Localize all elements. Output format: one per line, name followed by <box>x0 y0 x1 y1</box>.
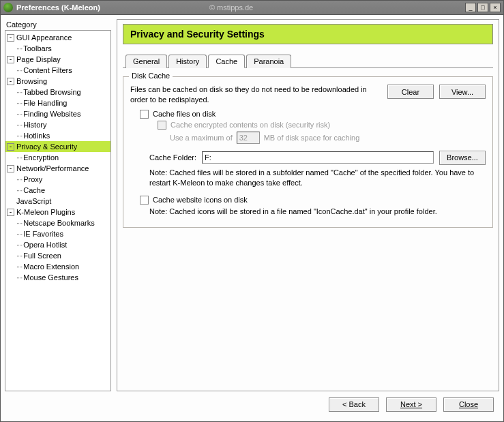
expander-icon[interactable]: - <box>7 165 14 172</box>
tree-item-hotlinks[interactable]: ····Hotlinks <box>5 130 110 141</box>
tree-item-full-screen[interactable]: ····Full Screen <box>5 250 110 261</box>
tree-dots-icon: ···· <box>16 273 22 282</box>
tree-dots-icon: ···· <box>16 241 22 249</box>
tab-history[interactable]: History <box>168 55 207 68</box>
expander-icon[interactable]: - <box>7 34 14 42</box>
titlebar: Preferences (K-Meleon) © mstipps.de _ □ … <box>0 0 504 15</box>
tree-item-file-handling[interactable]: ····File Handling <box>5 97 110 108</box>
tree-item-toolbars[interactable]: ····Toolbars <box>5 43 110 54</box>
disk-cache-group: Disk Cache Files can be cached on disk s… <box>123 76 493 228</box>
tree-item-label: Browsing <box>16 77 47 85</box>
tree-item-label: Mouse Gestures <box>23 273 78 282</box>
tree-item-label: GUI Appearance <box>16 33 72 42</box>
max-mb-input <box>237 132 260 144</box>
tree-item-label: JavaScript <box>16 197 51 205</box>
clear-button[interactable]: Clear <box>387 85 434 99</box>
cache-files-checkbox[interactable] <box>140 110 149 119</box>
tab-general[interactable]: General <box>125 55 167 68</box>
tree-item-label: IE Favorites <box>23 230 63 238</box>
panel-heading: Privacy and Security Settings <box>123 24 493 44</box>
tree-item-content-filters[interactable]: ····Content Filters <box>5 65 110 76</box>
tree-item-label: Tabbed Browsing <box>23 88 80 96</box>
tree-item-page-display[interactable]: -Page Display <box>5 54 110 65</box>
expander-icon[interactable]: - <box>7 78 14 85</box>
sidebar: Category -GUI Appearance····Toolbars-Pag… <box>5 19 111 391</box>
tree-item-mouse-gestures[interactable]: ····Mouse Gestures <box>5 272 110 283</box>
tree-item-label: Netscape Bookmarks <box>23 219 95 227</box>
tree-item-network-performance[interactable]: -Network/Performance <box>5 163 110 174</box>
cache-icons-checkbox[interactable] <box>140 196 149 205</box>
tree-dots-icon: ···· <box>16 88 22 96</box>
cache-encrypted-label: Cache encrypted contents on disk (securi… <box>171 121 330 129</box>
tree-item-k-meleon-plugins[interactable]: -K-Meleon Plugins <box>5 207 110 217</box>
next-button[interactable]: Next > <box>386 397 436 412</box>
tree-dots-icon: ···· <box>16 66 22 74</box>
tree-item-javascript[interactable]: JavaScript <box>5 196 110 207</box>
tree-item-ie-favorites[interactable]: ····IE Favorites <box>5 228 110 239</box>
group-legend: Disk Cache <box>129 72 173 80</box>
tree-dots-icon: ···· <box>16 262 22 271</box>
tree-item-label: Finding Websites <box>23 110 80 118</box>
tree-dots-icon: ···· <box>16 132 22 140</box>
watermark: © mstipps.de <box>209 3 253 12</box>
group-description: Files can be cached on disk so they do n… <box>130 85 379 106</box>
tree-dots-icon: ···· <box>16 252 22 260</box>
tree-item-label: Opera Hotlist <box>23 241 67 249</box>
tree-item-privacy-security[interactable]: -Privacy & Security <box>5 141 110 152</box>
tree-dots-icon: ···· <box>16 219 22 227</box>
category-tree[interactable]: -GUI Appearance····Toolbars-Page Display… <box>5 30 111 391</box>
tab-paranoia[interactable]: Paranoia <box>246 55 291 68</box>
tree-item-label: Content Filters <box>23 66 72 74</box>
tree-item-proxy[interactable]: ····Proxy <box>5 174 110 185</box>
maximize-button[interactable]: □ <box>477 3 488 12</box>
cache-files-label: Cache files on disk <box>153 110 216 118</box>
tree-item-label: Full Screen <box>23 252 61 260</box>
tree-item-label: Toolbars <box>23 44 52 52</box>
tree-dots-icon: ···· <box>16 153 22 162</box>
max-prefix: Use a maximum of <box>170 134 233 142</box>
tree-item-encryption[interactable]: ····Encryption <box>5 152 110 163</box>
close-window-button[interactable]: × <box>490 3 501 12</box>
max-suffix: MB of disk space for caching <box>264 134 360 142</box>
tree-item-finding-websites[interactable]: ····Finding Websites <box>5 108 110 119</box>
tree-dots-icon: ···· <box>16 175 22 183</box>
tree-item-history[interactable]: ····History <box>5 119 110 130</box>
tree-item-label: Network/Performance <box>16 164 89 172</box>
tab-cache[interactable]: Cache <box>208 55 245 68</box>
tree-item-label: K-Meleon Plugins <box>16 208 75 216</box>
close-button[interactable]: Close <box>443 397 494 412</box>
tree-dots-icon: ···· <box>16 121 22 129</box>
tree-item-tabbed-browsing[interactable]: ····Tabbed Browsing <box>5 87 110 97</box>
tree-item-label: Proxy <box>23 175 42 183</box>
tree-dots-icon: ···· <box>16 110 22 118</box>
tree-item-gui-appearance[interactable]: -GUI Appearance <box>5 32 110 43</box>
tree-item-browsing[interactable]: -Browsing <box>5 76 110 87</box>
tree-item-macro-extension[interactable]: ····Macro Extension <box>5 261 110 272</box>
tree-item-netscape-bookmarks[interactable]: ····Netscape Bookmarks <box>5 217 110 228</box>
tree-item-label: History <box>23 121 46 129</box>
expander-icon[interactable]: - <box>7 56 14 63</box>
tree-item-label: Encryption <box>23 153 59 162</box>
tree-dots-icon: ···· <box>16 99 22 107</box>
tree-dots-icon: ···· <box>16 186 22 194</box>
tree-dots-icon: ···· <box>16 44 22 52</box>
tree-item-opera-hotlist[interactable]: ····Opera Hotlist <box>5 239 110 250</box>
cache-folder-input[interactable] <box>202 151 434 164</box>
cache-encrypted-checkbox <box>158 121 166 130</box>
browse-button[interactable]: Browse... <box>439 151 486 165</box>
tree-item-label: Hotlinks <box>23 132 50 140</box>
tree-item-label: Cache <box>23 186 45 194</box>
back-button[interactable]: < Back <box>329 397 379 412</box>
cache-folder-label: Cache Folder: <box>149 153 196 162</box>
category-label: Category <box>5 19 111 30</box>
window-title: Preferences (K-Meleon) <box>16 3 100 12</box>
tree-item-label: File Handling <box>23 99 67 107</box>
tree-item-label: Privacy & Security <box>16 142 77 151</box>
tabs-row: GeneralHistoryCacheParanoia <box>123 54 493 68</box>
minimize-button[interactable]: _ <box>465 3 476 12</box>
expander-icon[interactable]: - <box>7 143 14 151</box>
tree-item-cache[interactable]: ····Cache <box>5 185 110 196</box>
expander-icon[interactable]: - <box>7 209 14 216</box>
view-button[interactable]: View... <box>439 85 486 99</box>
folder-note: Note: Cached files will be stored in a s… <box>149 168 486 189</box>
